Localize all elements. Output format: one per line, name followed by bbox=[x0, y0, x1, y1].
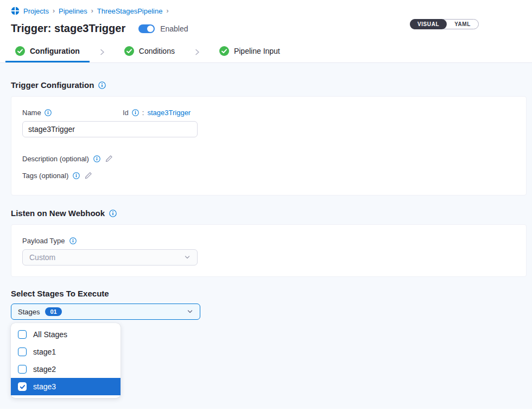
trigger-id-value[interactable]: stage3Trigger bbox=[147, 109, 191, 117]
tags-line: Tags (optional) bbox=[22, 172, 515, 180]
wizard-tabs: Configuration Conditions Pipeline Input bbox=[0, 41, 532, 63]
tags-label: Tags (optional) bbox=[22, 172, 68, 180]
stage-option[interactable]: stage2 bbox=[11, 361, 121, 378]
id-label: Id bbox=[123, 109, 129, 117]
projects-icon bbox=[11, 7, 20, 15]
chevron-down-icon bbox=[187, 308, 193, 315]
info-icon[interactable] bbox=[93, 155, 100, 162]
stage-option[interactable]: stage3 bbox=[11, 378, 121, 395]
breadcrumb-separator: › bbox=[53, 7, 55, 15]
payload-type-value: Custom bbox=[29, 253, 55, 262]
description-label: Description (optional) bbox=[22, 155, 89, 163]
check-circle-icon bbox=[15, 46, 25, 56]
chevron-right-icon bbox=[193, 41, 201, 62]
enabled-label: Enabled bbox=[160, 24, 188, 33]
check-circle-icon bbox=[219, 46, 229, 56]
tab-label: Conditions bbox=[139, 47, 175, 55]
chevron-right-icon bbox=[98, 41, 106, 62]
tab-pipeline-input[interactable]: Pipeline Input bbox=[210, 41, 290, 62]
stage-option-label: All Stages bbox=[33, 330, 67, 339]
edit-pencil-icon[interactable] bbox=[105, 155, 113, 163]
tab-conditions[interactable]: Conditions bbox=[115, 41, 185, 62]
page-header: Projects › Pipelines › ThreeStagesPipeli… bbox=[0, 0, 532, 41]
payload-type-label: Payload Type bbox=[22, 237, 65, 245]
breadcrumb-link-pipelines[interactable]: Pipelines bbox=[59, 7, 87, 15]
chevron-down-icon bbox=[184, 254, 191, 261]
info-icon[interactable] bbox=[69, 237, 77, 244]
info-icon[interactable] bbox=[45, 109, 52, 116]
tab-label: Configuration bbox=[30, 47, 80, 55]
stage-option-label: stage3 bbox=[33, 382, 56, 391]
selected-count-badge: 01 bbox=[45, 307, 61, 316]
info-icon[interactable] bbox=[73, 172, 80, 179]
payload-type-select[interactable]: Custom bbox=[22, 249, 198, 266]
breadcrumb-link-projects[interactable]: Projects bbox=[23, 7, 49, 15]
check-circle-icon bbox=[124, 46, 134, 56]
stage-option-label: stage2 bbox=[33, 365, 56, 374]
webhook-heading: Listen on New Webhook bbox=[11, 208, 527, 218]
stages-dropdown-menu: All Stages stage1 stage2 stage3 bbox=[11, 323, 121, 398]
tab-label: Pipeline Input bbox=[234, 47, 280, 55]
page-title: Trigger: stage3Trigger bbox=[11, 22, 125, 35]
stage-option[interactable]: All Stages bbox=[11, 326, 121, 343]
section-title: Listen on New Webhook bbox=[11, 208, 105, 218]
enabled-toggle[interactable] bbox=[138, 24, 155, 33]
visual-toggle-button[interactable]: VISUAL bbox=[410, 19, 447, 29]
checkbox-icon[interactable] bbox=[18, 382, 27, 391]
toggle-knob bbox=[147, 26, 154, 32]
stages-multiselect[interactable]: Stages 01 bbox=[11, 304, 200, 320]
payload-type-label-line: Payload Type bbox=[22, 237, 515, 245]
info-icon[interactable] bbox=[109, 210, 117, 217]
main-content: Trigger Configuration Name Id : stage3Tr… bbox=[0, 63, 532, 409]
section-title: Select Stages To Execute bbox=[11, 289, 109, 298]
section-title: Trigger Configuration bbox=[11, 80, 94, 90]
webhook-card: Payload Type Custom bbox=[11, 224, 527, 277]
id-separator: : bbox=[142, 109, 144, 117]
trigger-id-line: Id : stage3Trigger bbox=[123, 109, 191, 117]
checkbox-icon[interactable] bbox=[18, 365, 27, 374]
breadcrumb-separator: › bbox=[91, 7, 93, 15]
description-line: Description (optional) bbox=[22, 155, 515, 163]
stage-option[interactable]: stage1 bbox=[11, 343, 121, 361]
edit-pencil-icon[interactable] bbox=[84, 172, 92, 180]
label-text: Name bbox=[22, 109, 41, 117]
name-label: Name bbox=[22, 109, 123, 117]
breadcrumb: Projects › Pipelines › ThreeStagesPipeli… bbox=[11, 7, 521, 15]
yaml-toggle-button[interactable]: YAML bbox=[447, 20, 478, 29]
select-stages-heading: Select Stages To Execute bbox=[11, 289, 527, 298]
checkbox-icon[interactable] bbox=[18, 330, 27, 339]
stages-select-label: Stages bbox=[18, 308, 40, 316]
checkbox-icon[interactable] bbox=[18, 348, 27, 356]
info-icon[interactable] bbox=[132, 109, 139, 116]
trigger-configuration-card: Name Id : stage3Trigger Description (opt… bbox=[11, 96, 527, 195]
visual-yaml-toggle: VISUAL YAML bbox=[410, 19, 479, 29]
info-icon[interactable] bbox=[98, 81, 106, 89]
tab-configuration[interactable]: Configuration bbox=[5, 41, 90, 62]
breadcrumb-link-pipeline-name[interactable]: ThreeStagesPipeline bbox=[97, 7, 163, 15]
breadcrumb-separator: › bbox=[166, 7, 168, 15]
stage-option-label: stage1 bbox=[33, 348, 56, 356]
trigger-configuration-heading: Trigger Configuration bbox=[11, 80, 527, 90]
name-input[interactable] bbox=[22, 121, 198, 137]
